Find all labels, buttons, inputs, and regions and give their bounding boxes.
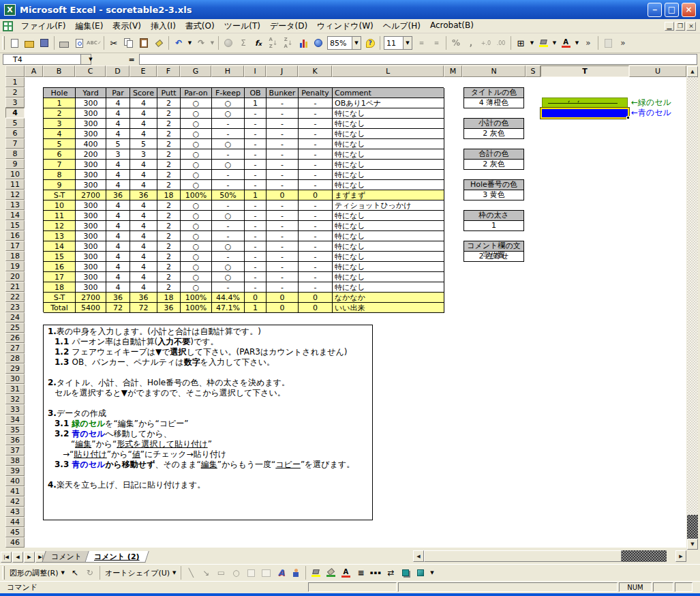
score-cell[interactable]: 4 — [106, 170, 130, 180]
option-box-value[interactable]: 1 — [464, 221, 523, 230]
score-cell[interactable]: - — [245, 160, 267, 170]
score-cell[interactable]: Total — [44, 303, 76, 313]
score-cell[interactable]: 36 — [106, 293, 130, 303]
score-cell[interactable]: 300 — [76, 241, 106, 252]
score-cell[interactable]: 4 — [130, 211, 157, 221]
score-cell[interactable]: 4 — [130, 231, 157, 241]
score-cell[interactable]: 300 — [76, 231, 106, 241]
draw-adjust-dropdown-icon[interactable]: ▼ — [61, 570, 64, 576]
score-cell[interactable]: 300 — [76, 119, 106, 129]
score-cell[interactable]: ○ — [181, 262, 212, 272]
score-cell[interactable]: 300 — [76, 272, 106, 282]
score-cell[interactable]: - — [267, 221, 299, 231]
score-cell[interactable]: 4 — [106, 160, 130, 170]
score-cell[interactable]: - — [267, 149, 299, 160]
score-cell[interactable]: S-T — [44, 293, 76, 303]
score-cell[interactable]: まずまず — [333, 190, 444, 200]
column-header-A[interactable]: A — [25, 65, 43, 77]
score-cell[interactable]: 特になし — [333, 282, 444, 293]
new-document-icon[interactable] — [7, 35, 22, 50]
score-cell[interactable]: ○ — [181, 252, 212, 262]
row-header-2[interactable]: 2 — [5, 87, 25, 98]
score-cell[interactable]: ○ — [212, 139, 245, 149]
score-cell[interactable]: 11 — [44, 211, 76, 221]
score-cell[interactable]: ○ — [181, 139, 212, 149]
score-cell[interactable]: 5 — [130, 139, 157, 149]
score-cell[interactable]: - — [245, 252, 267, 262]
option-box-value[interactable]: 4 薄橙色 — [464, 98, 523, 108]
save-icon[interactable] — [37, 35, 52, 50]
option-box-2[interactable]: 合計の色2 灰色 — [463, 149, 524, 170]
score-cell[interactable]: - — [212, 129, 245, 139]
cut-icon[interactable]: ✂ — [106, 35, 121, 50]
font-color-dropdown[interactable]: ▼ — [573, 35, 581, 50]
menu-item-8[interactable]: ヘルプ(H) — [378, 19, 425, 33]
score-cell[interactable]: - — [212, 170, 245, 180]
row-header-25[interactable]: 25 — [5, 323, 25, 333]
row-header-4[interactable]: 4 — [5, 108, 25, 118]
scroll-right-icon[interactable]: ▶ — [675, 550, 686, 562]
score-cell[interactable]: ○ — [212, 108, 245, 119]
horizontal-scrollbar[interactable]: ◀▶ — [413, 550, 686, 562]
column-header-C[interactable]: C — [75, 65, 106, 77]
row-header-38[interactable]: 38 — [5, 456, 25, 466]
row-header-17[interactable]: 17 — [5, 241, 25, 251]
menu-item-3[interactable]: 挿入(I) — [146, 19, 181, 33]
score-cell[interactable]: - — [267, 231, 299, 241]
print-preview-icon[interactable] — [72, 35, 87, 50]
score-cell[interactable]: 4 — [130, 180, 157, 190]
autoshapes-dropdown-icon[interactable]: ▼ — [172, 570, 176, 576]
score-cell[interactable]: 300 — [76, 282, 106, 293]
column-header-K[interactable]: K — [298, 65, 332, 77]
workbook-icon[interactable] — [3, 21, 13, 31]
score-cell[interactable]: 2 — [157, 170, 181, 180]
workbook-restore-button[interactable]: ❐ — [675, 22, 685, 31]
score-cell[interactable]: 0 — [299, 293, 333, 303]
score-cell[interactable]: 4 — [130, 98, 157, 108]
score-cell[interactable]: - — [299, 262, 333, 272]
insert-clipart-icon[interactable] — [288, 565, 303, 580]
score-cell[interactable]: なかなか — [333, 293, 444, 303]
score-cell[interactable]: ○ — [181, 149, 212, 160]
arrow-style-icon[interactable]: ⇄ — [383, 565, 398, 580]
print-icon[interactable] — [57, 35, 72, 50]
column-header-H[interactable]: H — [211, 65, 244, 77]
menu-item-7[interactable]: ウィンドウ(W) — [312, 19, 378, 33]
row-header-36[interactable]: 36 — [5, 435, 25, 445]
score-cell[interactable]: 18 — [157, 190, 181, 200]
name-box-dropdown-icon[interactable]: ▼ — [80, 55, 91, 64]
paste-function-icon[interactable]: fx — [251, 35, 266, 50]
score-cell[interactable]: 4 — [106, 272, 130, 282]
score-cell[interactable]: ○ — [181, 200, 212, 211]
menu-item-9[interactable]: Acrobat(B) — [425, 19, 478, 33]
row-header-23[interactable]: 23 — [5, 302, 25, 312]
score-cell[interactable]: - — [245, 231, 267, 241]
score-cell[interactable]: OBあり1ペナ — [333, 98, 444, 108]
option-box-0[interactable]: タイトルの色4 薄橙色 — [463, 87, 524, 108]
score-cell[interactable]: 4 — [130, 262, 157, 272]
score-cell[interactable]: - — [299, 252, 333, 262]
score-cell[interactable]: 2 — [157, 108, 181, 119]
undo-icon[interactable]: ↶ — [171, 35, 186, 50]
score-cell[interactable]: - — [299, 241, 333, 252]
row-header-44[interactable]: 44 — [5, 517, 25, 527]
score-cell[interactable]: 4 — [130, 119, 157, 129]
fill-color-icon[interactable] — [308, 565, 323, 580]
score-cell[interactable]: - — [245, 139, 267, 149]
toolbar-grip[interactable] — [2, 566, 5, 580]
menu-item-6[interactable]: データ(D) — [265, 19, 312, 33]
score-cell[interactable]: 1 — [245, 190, 267, 200]
score-cell[interactable]: 特になし — [333, 211, 444, 221]
score-header-cell[interactable]: F-keep — [212, 88, 245, 98]
row-header-8[interactable]: 8 — [5, 149, 25, 159]
score-cell[interactable]: 4 — [130, 272, 157, 282]
score-cell[interactable]: - — [212, 221, 245, 231]
row-header-27[interactable]: 27 — [5, 343, 25, 353]
fill-color-icon[interactable] — [536, 35, 551, 50]
score-cell[interactable]: 0 — [267, 293, 299, 303]
fill-color-dropdown[interactable]: ▼ — [551, 35, 558, 50]
score-cell[interactable]: 4 — [106, 241, 130, 252]
row-header-6[interactable]: 6 — [5, 128, 25, 138]
score-header-cell[interactable]: Bunker — [267, 88, 299, 98]
score-cell[interactable]: 0 — [245, 293, 267, 303]
